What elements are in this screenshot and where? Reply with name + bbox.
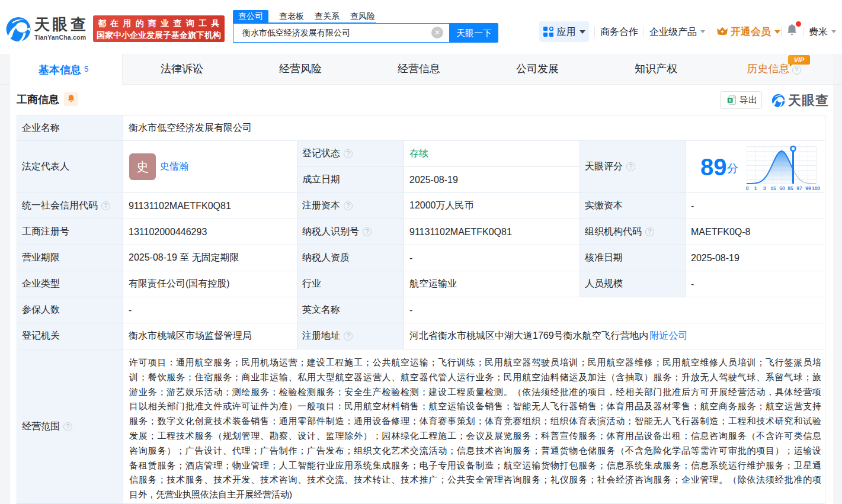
svg-text:1: 1 xyxy=(754,185,757,191)
svg-text:0: 0 xyxy=(746,185,749,191)
svg-text:50: 50 xyxy=(779,185,785,191)
svg-text:3: 3 xyxy=(763,185,766,191)
svg-text:100: 100 xyxy=(812,185,820,191)
svg-text:99: 99 xyxy=(805,185,811,191)
svg-text:15: 15 xyxy=(770,185,776,191)
svg-text:97: 97 xyxy=(796,185,802,191)
svg-text:85: 85 xyxy=(787,185,793,191)
